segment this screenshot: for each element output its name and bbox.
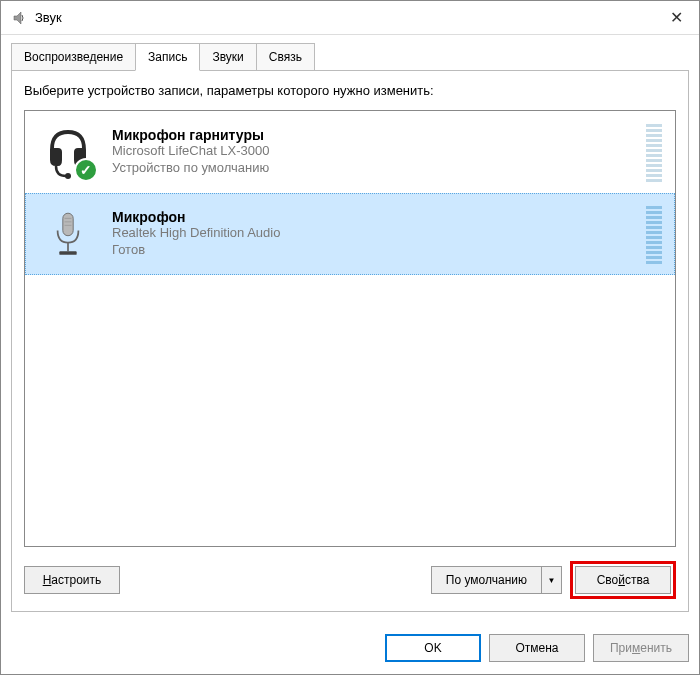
device-info: Микрофон Realtek High Definition Audio Г… [112, 209, 632, 259]
tab-sounds[interactable]: Звуки [199, 43, 256, 71]
tab-playback[interactable]: Воспроизведение [11, 43, 136, 71]
headset-icon: ✓ [38, 122, 98, 182]
microphone-icon [38, 204, 98, 264]
titlebar: Звук ✕ [1, 1, 699, 35]
sound-icon [11, 10, 27, 26]
svg-rect-1 [63, 213, 73, 236]
device-name: Микрофон гарнитуры [112, 127, 632, 143]
tabs: Воспроизведение Запись Звуки Связь [11, 43, 689, 71]
close-button[interactable]: ✕ [653, 1, 699, 35]
instruction-text: Выберите устройство записи, параметры ко… [24, 83, 676, 98]
device-row-headset-mic[interactable]: ✓ Микрофон гарнитуры Microsoft LifeChat … [25, 111, 675, 193]
tabpanel-recording: Выберите устройство записи, параметры ко… [11, 70, 689, 612]
device-status: Готов [112, 242, 632, 259]
configure-button[interactable]: Настроить [24, 566, 120, 594]
dialog-buttons: OK Отмена Применить [1, 622, 699, 674]
client-area: Воспроизведение Запись Звуки Связь Выбер… [1, 35, 699, 622]
tab-recording[interactable]: Запись [135, 43, 200, 71]
set-default-button[interactable]: По умолчанию [431, 566, 542, 594]
set-default-dropdown[interactable]: ▼ [542, 566, 562, 594]
ok-button[interactable]: OK [385, 634, 481, 662]
tab-communications[interactable]: Связь [256, 43, 315, 71]
device-list[interactable]: ✓ Микрофон гарнитуры Microsoft LifeChat … [24, 110, 676, 547]
properties-button[interactable]: Свойства [575, 566, 671, 594]
device-info: Микрофон гарнитуры Microsoft LifeChat LX… [112, 127, 632, 177]
device-driver: Realtek High Definition Audio [112, 225, 632, 242]
panel-buttons: Настроить По умолчанию ▼ Свойства [24, 561, 676, 599]
cancel-button[interactable]: Отмена [489, 634, 585, 662]
default-check-icon: ✓ [74, 158, 98, 182]
device-status: Устройство по умолчанию [112, 160, 632, 177]
set-default-splitbutton[interactable]: По умолчанию ▼ [431, 566, 562, 594]
level-meter [646, 204, 662, 264]
device-row-microphone[interactable]: Микрофон Realtek High Definition Audio Г… [25, 193, 675, 275]
svg-rect-6 [59, 251, 76, 254]
apply-button: Применить [593, 634, 689, 662]
device-name: Микрофон [112, 209, 632, 225]
properties-highlight: Свойства [570, 561, 676, 599]
sound-dialog: Звук ✕ Воспроизведение Запись Звуки Связ… [0, 0, 700, 675]
level-meter [646, 122, 662, 182]
device-driver: Microsoft LifeChat LX-3000 [112, 143, 632, 160]
window-title: Звук [35, 10, 653, 25]
svg-point-0 [65, 173, 71, 179]
